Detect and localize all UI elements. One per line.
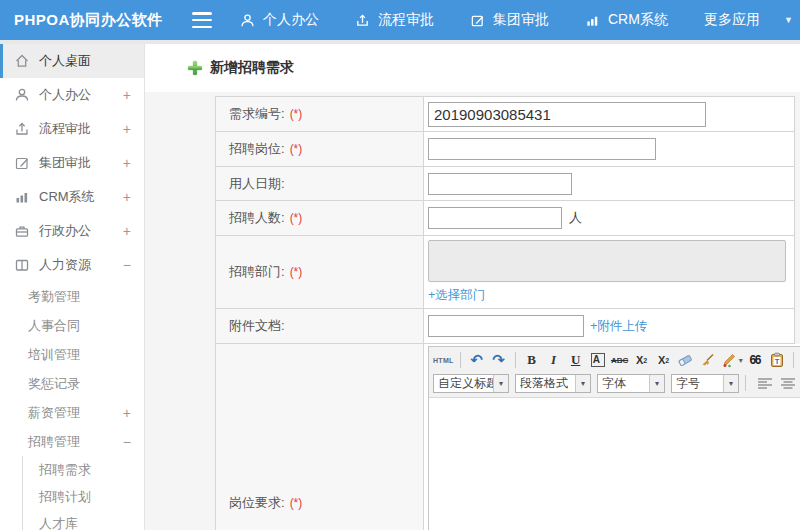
format-brush-icon[interactable] xyxy=(698,350,718,370)
sidebar-item-hr-contract[interactable]: 人事合同 xyxy=(0,311,144,340)
align-left-button[interactable] xyxy=(756,376,773,390)
nav-crm-system[interactable]: CRM系统 xyxy=(585,11,668,29)
expand-toggle[interactable]: − xyxy=(123,434,131,450)
dropdown-caret-icon: ▾ xyxy=(739,356,743,365)
field-label: 招聘部门: xyxy=(229,263,285,281)
sidebar-item-reward-punish[interactable]: 奖惩记录 xyxy=(0,369,144,398)
sidebar-item-group-approval[interactable]: 集团审批 + xyxy=(0,146,144,180)
color-pen-icon[interactable]: ▾ xyxy=(720,350,743,370)
add-icon xyxy=(188,61,202,75)
select-department-link[interactable]: +选择部门 xyxy=(428,287,485,304)
field-value-cell: 人 xyxy=(424,201,794,235)
required-marker: (*) xyxy=(290,142,303,156)
sidebar-item-label: 行政办公 xyxy=(39,222,91,240)
sidebar-item-personal-desktop[interactable]: 个人桌面 xyxy=(0,44,144,78)
superscript-button[interactable]: X2 xyxy=(632,350,652,370)
undo-icon[interactable]: ↶ xyxy=(467,350,487,370)
demand-no-input[interactable] xyxy=(428,102,706,127)
dropdown-caret-icon: ▾ xyxy=(493,375,508,392)
expand-toggle[interactable]: + xyxy=(123,405,131,421)
html-source-button[interactable]: HTML xyxy=(433,350,454,370)
sidebar-item-recruit-plan[interactable]: 招聘计划 xyxy=(23,483,144,510)
nav-more-apps[interactable]: 更多应用 ▼ xyxy=(704,11,793,29)
sidebar: 个人桌面 个人办公 + 流程审批 + 集团审批 + CRM系统 + xyxy=(0,44,145,530)
main-content: 新增招聘需求 需求编号: (*) 招聘岗位: (*) xyxy=(145,44,800,530)
sidebar-item-label: 人力资源 xyxy=(39,256,91,274)
edit-square-icon xyxy=(470,13,485,28)
field-label: 用人日期: xyxy=(229,175,285,193)
hamburger-menu-icon[interactable] xyxy=(192,12,212,28)
align-center-button[interactable] xyxy=(779,376,796,390)
expand-toggle[interactable]: + xyxy=(123,87,131,103)
person-icon xyxy=(14,87,30,103)
alignment-group xyxy=(756,376,800,390)
editor-content-area[interactable] xyxy=(429,398,800,530)
headcount-input[interactable] xyxy=(428,207,562,229)
expand-toggle[interactable]: + xyxy=(123,223,131,239)
expand-toggle[interactable]: + xyxy=(123,189,131,205)
svg-text:T: T xyxy=(774,357,779,366)
bold-button[interactable]: B xyxy=(522,350,542,370)
sidebar-item-personal-office[interactable]: 个人办公 + xyxy=(0,78,144,112)
sidebar-item-label: 流程审批 xyxy=(39,120,91,138)
sidebar-item-process-approval[interactable]: 流程审批 + xyxy=(0,112,144,146)
sidebar-item-crm[interactable]: CRM系统 + xyxy=(0,180,144,214)
sub-item-label: 招聘计划 xyxy=(39,488,91,506)
sidebar-item-salary[interactable]: 薪资管理 + xyxy=(0,398,144,427)
editor-toolbar-row1: HTML ↶ ↷ B I U A ABC xyxy=(433,349,800,371)
nav-group-approval[interactable]: 集团审批 xyxy=(470,11,549,29)
italic-button[interactable]: I xyxy=(544,350,564,370)
page-title: 新增招聘需求 xyxy=(210,59,294,77)
sidebar-item-hr[interactable]: 人力资源 − xyxy=(0,248,144,282)
heading-select[interactable]: 自定义标题 ▾ xyxy=(433,374,509,393)
sidebar-item-talent-pool[interactable]: 人才库 xyxy=(23,510,144,530)
blockquote-button[interactable]: 66 xyxy=(745,350,765,370)
sub-item-label: 薪资管理 xyxy=(28,404,80,422)
nav-process-approval[interactable]: 流程审批 xyxy=(355,11,434,29)
chevron-down-icon[interactable]: ▼ xyxy=(784,15,793,25)
recruitment-form: 需求编号: (*) 招聘岗位: (*) xyxy=(215,96,795,530)
paragraph-format-select[interactable]: 段落格式 ▾ xyxy=(515,374,591,393)
nav-personal-office[interactable]: 个人办公 xyxy=(240,11,319,29)
sidebar-item-admin-office[interactable]: 行政办公 + xyxy=(0,214,144,248)
field-label-cell: 岗位要求: (*) xyxy=(216,344,424,530)
form-row-hire-date: 用人日期: xyxy=(216,167,794,201)
sub-item-label: 招聘需求 xyxy=(39,461,91,479)
recruit-submenu: 招聘需求 招聘计划 人才库 xyxy=(22,456,144,530)
field-label-cell: 招聘部门: (*) xyxy=(216,236,424,308)
sup-base: X xyxy=(636,354,643,366)
subscript-button[interactable]: X2 xyxy=(654,350,674,370)
sidebar-item-label: 集团审批 xyxy=(39,154,91,172)
sidebar-item-training[interactable]: 培训管理 xyxy=(0,340,144,369)
font-family-select[interactable]: 字体 ▾ xyxy=(597,374,665,393)
sub-item-label: 培训管理 xyxy=(28,346,80,364)
attachment-input[interactable] xyxy=(428,315,584,337)
sidebar-item-attendance[interactable]: 考勤管理 xyxy=(0,282,144,311)
expand-toggle[interactable]: + xyxy=(123,121,131,137)
field-label: 招聘岗位: xyxy=(229,140,285,158)
sidebar-item-recruit-demand[interactable]: 招聘需求 xyxy=(23,456,144,483)
hr-submenu: 考勤管理 人事合同 培训管理 奖惩记录 薪资管理 + 招聘管理 − xyxy=(0,282,144,530)
font-size-select[interactable]: 字号 ▾ xyxy=(671,374,739,393)
redo-icon[interactable]: ↷ xyxy=(489,350,509,370)
field-value-cell: +选择部门 xyxy=(424,236,794,308)
field-label: 需求编号: xyxy=(229,105,285,123)
expand-toggle[interactable]: − xyxy=(123,257,131,273)
attachment-upload-link[interactable]: +附件上传 xyxy=(590,318,647,335)
paste-text-icon[interactable]: T xyxy=(767,350,787,370)
font-box-button[interactable]: A xyxy=(591,353,605,367)
field-value-cell xyxy=(424,132,794,166)
required-marker: (*) xyxy=(290,107,303,121)
toolbar-separator xyxy=(460,352,461,368)
bar-chart-icon xyxy=(14,189,30,205)
position-input[interactable] xyxy=(428,138,656,160)
expand-toggle[interactable]: + xyxy=(123,155,131,171)
strikethrough-button[interactable]: ABC xyxy=(610,350,630,370)
book-icon xyxy=(14,257,30,273)
home-icon xyxy=(14,53,30,69)
eraser-icon[interactable] xyxy=(676,350,696,370)
top-header: PHPOA协同办公软件 个人办公 流程审批 集团审批 CRM系统 更多应用 ▼ xyxy=(0,0,800,40)
underline-button[interactable]: U xyxy=(566,350,586,370)
hire-date-input[interactable] xyxy=(428,173,572,195)
sidebar-item-recruit-mgmt[interactable]: 招聘管理 − xyxy=(0,427,144,456)
